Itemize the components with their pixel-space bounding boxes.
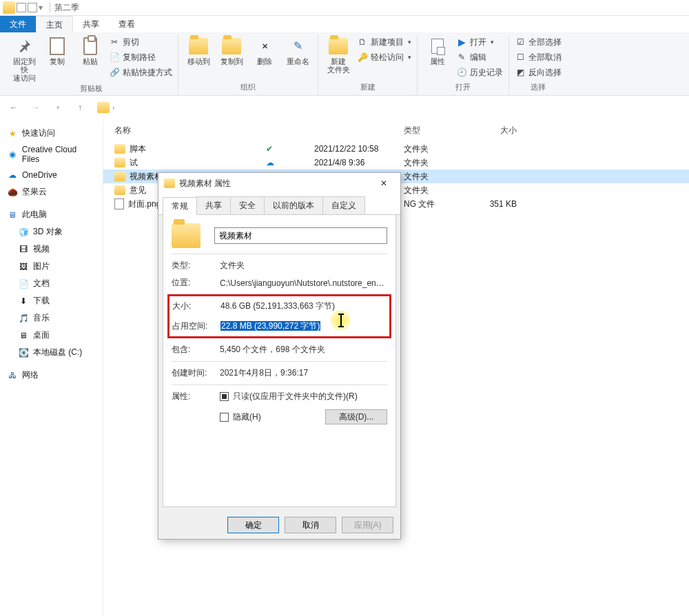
file-name: 封面.png: [128, 198, 161, 210]
tab-view[interactable]: 查看: [109, 16, 145, 32]
readonly-label: 只读(仅应用于文件夹中的文件)(R): [233, 391, 358, 402]
selected-text[interactable]: 22.8 MB (23,990,272 字节): [220, 321, 320, 331]
invert-icon: ◩: [515, 67, 526, 78]
sidebar-item-downloads[interactable]: ⬇下载: [0, 292, 103, 309]
sidebar-item-pictures[interactable]: 🖼图片: [0, 258, 103, 275]
up-button[interactable]: ↑: [72, 99, 88, 116]
delete-icon: ✕: [262, 42, 268, 50]
documents-icon: 📄: [18, 278, 29, 289]
move-to-button[interactable]: 移动到: [184, 35, 213, 65]
label-size: 大小:: [172, 300, 220, 312]
folder-icon: [164, 178, 175, 188]
paste-shortcut-button[interactable]: 🔗粘贴快捷方式: [109, 65, 172, 79]
tab-home[interactable]: 主页: [36, 16, 73, 32]
value-size: 48.6 GB (52,191,333,663 字节): [220, 300, 387, 312]
readonly-checkbox[interactable]: [220, 392, 229, 401]
nav-bar: ← → ▾ ↑ ›: [0, 96, 689, 119]
recent-dropdown[interactable]: ▾: [50, 99, 66, 116]
desktop-icon: 🖥: [18, 330, 29, 341]
folder-icon: [114, 144, 125, 154]
close-icon: ✕: [380, 178, 387, 188]
copy-to-button[interactable]: 复制到: [217, 35, 246, 65]
file-row[interactable]: 脚本✔2021/12/22 10:58文件夹: [103, 142, 689, 156]
back-button[interactable]: ←: [6, 99, 22, 116]
cut-button[interactable]: ✂剪切: [109, 35, 172, 49]
sidebar-item-quickaccess[interactable]: ★快速访问: [0, 125, 103, 142]
hidden-label: 隐藏(H): [233, 411, 261, 423]
history-button[interactable]: 🕘历史记录: [456, 65, 503, 79]
rename-button[interactable]: ✎重命名: [283, 35, 312, 65]
column-headers[interactable]: 名称 状态 修改日期 类型 大小: [103, 119, 689, 142]
sync-ok-icon: ✔: [266, 144, 273, 154]
dialog-titlebar[interactable]: 视频素材 属性 ✕: [158, 173, 400, 194]
tab-previous-versions[interactable]: 以前的版本: [264, 196, 323, 214]
pin-quickaccess-button[interactable]: 固定到快 速访问: [10, 35, 39, 82]
new-item-button[interactable]: 🗋新建项目▾: [357, 35, 411, 49]
forward-button[interactable]: →: [28, 99, 44, 116]
tab-custom[interactable]: 自定义: [322, 196, 365, 214]
ribbon-group-new: 新建 文件夹 🗋新建项目▾ 🔑轻松访问▾ 新建: [318, 35, 418, 95]
file-name: 脚本: [130, 143, 146, 155]
dialog-tabs: 常规 共享 安全 以前的版本 自定义: [158, 194, 400, 215]
paste-button[interactable]: 粘贴: [76, 35, 105, 65]
disk-icon: 💽: [18, 347, 29, 358]
advanced-button[interactable]: 高级(D)...: [325, 409, 387, 424]
star-icon: ★: [7, 128, 18, 139]
close-button[interactable]: ✕: [370, 174, 398, 193]
label-size-on-disk: 占用空间:: [172, 320, 220, 332]
qat-checkbox[interactable]: [17, 3, 26, 12]
new-folder-button[interactable]: 新建 文件夹: [324, 35, 353, 74]
properties-button[interactable]: 属性: [423, 35, 452, 65]
delete-button[interactable]: ✕删除: [250, 35, 279, 65]
sidebar-item-network[interactable]: 🖧网络: [0, 367, 103, 384]
easy-access-button[interactable]: 🔑轻松访问▾: [357, 50, 411, 64]
file-size: 351 KB: [467, 199, 522, 209]
tab-share[interactable]: 共享: [196, 196, 231, 214]
sidebar-item-desktop[interactable]: 🖥桌面: [0, 327, 103, 344]
tab-file[interactable]: 文件: [0, 16, 36, 32]
open-button[interactable]: ▶打开▾: [456, 35, 503, 49]
label-created: 创建时间:: [172, 367, 220, 379]
divider: [172, 254, 387, 254]
select-all-button[interactable]: ☑全部选择: [515, 35, 562, 49]
qat-checkbox-2[interactable]: [28, 3, 37, 12]
ribbon-group-open: 属性 ▶打开▾ ✎编辑 🕘历史记录 打开: [418, 35, 509, 95]
video-icon: 🎞: [18, 244, 29, 255]
sidebar-item-music[interactable]: 🎵音乐: [0, 309, 103, 327]
sidebar-item-video[interactable]: 🎞视频: [0, 240, 103, 258]
sidebar-item-3d[interactable]: 🧊3D 对象: [0, 223, 103, 240]
col-type[interactable]: 类型: [398, 123, 467, 138]
sidebar-item-onedrive[interactable]: ☁OneDrive: [0, 167, 103, 183]
hidden-checkbox[interactable]: [220, 413, 229, 422]
folder-name-input[interactable]: [214, 227, 387, 244]
value-location: C:\Users\jianguoyun\Nutstore\.nutstore_e…: [220, 278, 387, 288]
apply-button[interactable]: 应用(A): [342, 517, 393, 533]
address-bar[interactable]: ›: [94, 99, 118, 116]
file-type: 文件夹: [398, 143, 467, 155]
col-name[interactable]: 名称: [109, 123, 260, 138]
edit-button[interactable]: ✎编辑: [456, 50, 503, 64]
quick-access-toolbar: ▾: [0, 1, 45, 14]
select-none-button[interactable]: ☐全部取消: [515, 50, 562, 64]
label-location: 位置:: [172, 277, 220, 289]
sidebar-item-nutstore[interactable]: 🌰坚果云: [0, 183, 103, 201]
invert-selection-button[interactable]: ◩反向选择: [515, 65, 562, 79]
tab-general[interactable]: 常规: [163, 197, 197, 215]
cancel-button[interactable]: 取消: [285, 517, 336, 533]
tab-security[interactable]: 安全: [230, 196, 265, 214]
copy-button[interactable]: 复制: [43, 35, 72, 65]
sidebar-item-cdrive[interactable]: 💽本地磁盘 (C:): [0, 344, 103, 361]
file-row[interactable]: 试☁2021/4/8 9:36文件夹: [103, 156, 689, 170]
edit-icon: ✎: [456, 52, 467, 63]
copy-path-button[interactable]: 📄复制路径: [109, 50, 172, 64]
sidebar-item-documents[interactable]: 📄文档: [0, 275, 103, 292]
ok-button[interactable]: 确定: [227, 517, 279, 533]
sidebar-item-thispc[interactable]: 🖥此电脑: [0, 206, 103, 223]
qat-dropdown-icon[interactable]: ▾: [39, 3, 43, 12]
tab-share[interactable]: 共享: [73, 16, 109, 32]
sidebar-item-ccf[interactable]: ◉Creative Cloud Files: [0, 142, 103, 167]
folder-large-icon: [172, 223, 200, 248]
chevron-right-icon: ›: [112, 104, 114, 112]
col-size[interactable]: 大小: [467, 123, 522, 138]
value-contains: 5,450 个文件，698 个文件夹: [220, 344, 387, 356]
